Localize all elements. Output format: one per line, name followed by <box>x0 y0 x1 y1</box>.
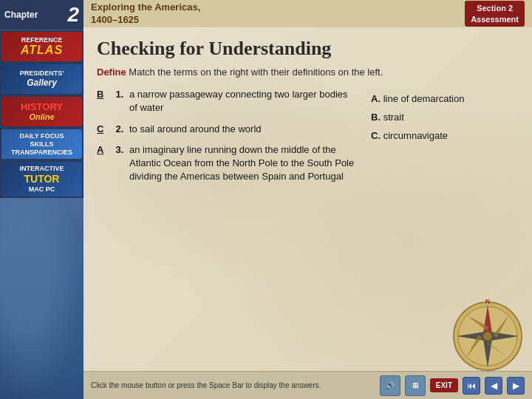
speaker-icon-btn[interactable]: 🔊 <box>380 375 400 396</box>
section-badge: Section 2 Assessment <box>465 1 525 27</box>
define-label: Define <box>97 66 126 78</box>
section-sublabel: Assessment <box>471 14 519 24</box>
nav-prev-button[interactable]: ◀ <box>485 377 502 395</box>
bottom-bar: Click the mouse button or press the Spac… <box>83 371 532 399</box>
interactive-label: Interactive <box>19 165 64 173</box>
atlas-logo: ATLAS <box>21 44 63 57</box>
compass-svg: N <box>451 299 525 373</box>
header-title: Exploring the Americas, 1400–1625 <box>91 1 200 27</box>
answer-text-b: strait <box>383 112 404 123</box>
daily-focus-label: Daily Focus <box>19 132 64 140</box>
svg-point-10 <box>483 332 492 341</box>
main-content: Checking for Understanding Define Match … <box>83 27 532 399</box>
sidebar-item-daily-focus[interactable]: Daily Focus Skills Transparencies <box>1 129 82 159</box>
online-label: Online <box>29 112 54 122</box>
question-text-3: an imaginary line running down the middl… <box>129 143 356 184</box>
presidents-label: PRESIDENTS' <box>20 69 64 78</box>
answers-column: A. line of demarcation B. strait C. circ… <box>371 88 519 191</box>
question-text-2: to sail around around the world <box>129 123 356 136</box>
windows-icon-btn[interactable]: ⊞ <box>405 375 426 396</box>
question-3: A 3. an imaginary line running down the … <box>97 143 356 184</box>
content-inner: Checking for Understanding Define Match … <box>97 38 519 191</box>
bottom-icons: 🔊 ⊞ EXIT ⏮ ◀ ▶ <box>380 375 525 396</box>
questions-column: B 1. a narrow passageway connecting two … <box>97 88 356 191</box>
define-instruction: Define Match the terms on the right with… <box>97 66 519 79</box>
sidebar-item-interactive-tutor[interactable]: Interactive TUTOR MAC PC <box>1 162 82 196</box>
bottom-instruction: Click the mouse button or press the Spac… <box>91 381 321 390</box>
header-title-line1: Exploring the Americas, <box>91 1 200 14</box>
answer-1: B <box>97 88 113 101</box>
answer-letter-b: B. <box>371 112 381 123</box>
sidebar-item-history[interactable]: HISTORY Online <box>1 97 82 126</box>
transparencies-label: Transparencies <box>11 149 72 157</box>
top-header: Exploring the Americas, 1400–1625 Sectio… <box>83 0 532 27</box>
answer-list: A. line of demarcation B. strait C. circ… <box>371 92 519 143</box>
chapter-label: Chapter <box>4 10 38 20</box>
nav-next-button[interactable]: ▶ <box>507 377 525 395</box>
question-text-1: a narrow passageway connecting two large… <box>129 88 356 115</box>
atlas-reference-label: Reference <box>21 36 63 44</box>
sidebar-item-presidents[interactable]: PRESIDENTS' Gallery <box>1 64 82 94</box>
compass-rose: N <box>451 299 525 373</box>
header-title-line2: 1400–1625 <box>91 14 200 27</box>
section-label: Section 2 <box>471 3 519 13</box>
question-2: C 2. to sail around around the world <box>97 123 356 136</box>
content-columns: B 1. a narrow passageway connecting two … <box>97 88 519 191</box>
answer-choice-c: C. circumnavigate <box>371 129 519 144</box>
sidebar-item-atlas[interactable]: Reference ATLAS <box>1 32 82 61</box>
chapter-header: Chapter 2 <box>0 0 83 30</box>
answer-2: C <box>97 123 113 136</box>
answer-text-c: circumnavigate <box>383 130 448 141</box>
exit-button[interactable]: EXIT <box>430 378 458 392</box>
answer-text-a: line of demarcation <box>383 93 465 104</box>
svg-text:N: N <box>485 299 491 305</box>
history-label: HISTORY <box>21 101 63 113</box>
tutor-label: TUTOR <box>24 173 60 185</box>
number-1: 1. <box>113 88 129 101</box>
answer-3: A <box>97 143 113 157</box>
gallery-label: Gallery <box>27 78 57 88</box>
page-title: Checking for Understanding <box>97 38 519 60</box>
number-2: 2. <box>113 123 129 136</box>
sidebar: Chapter 2 Reference ATLAS PRESIDENTS' Ga… <box>0 0 83 399</box>
chapter-number: 2 <box>67 3 79 27</box>
answer-letter-a: A. <box>371 93 381 104</box>
mac-pc-label: MAC PC <box>29 185 55 194</box>
answer-choice-b: B. strait <box>371 110 519 126</box>
answer-choice-a: A. line of demarcation <box>371 92 519 107</box>
number-3: 3. <box>113 143 129 157</box>
question-1: B 1. a narrow passageway connecting two … <box>97 88 356 115</box>
instruction-text: Match the terms on the right with their … <box>126 66 383 78</box>
skills-label: Skills <box>30 140 53 149</box>
nav-home-button[interactable]: ⏮ <box>463 377 480 395</box>
answer-letter-c: C. <box>371 130 381 141</box>
sidebar-map-background <box>0 198 83 399</box>
